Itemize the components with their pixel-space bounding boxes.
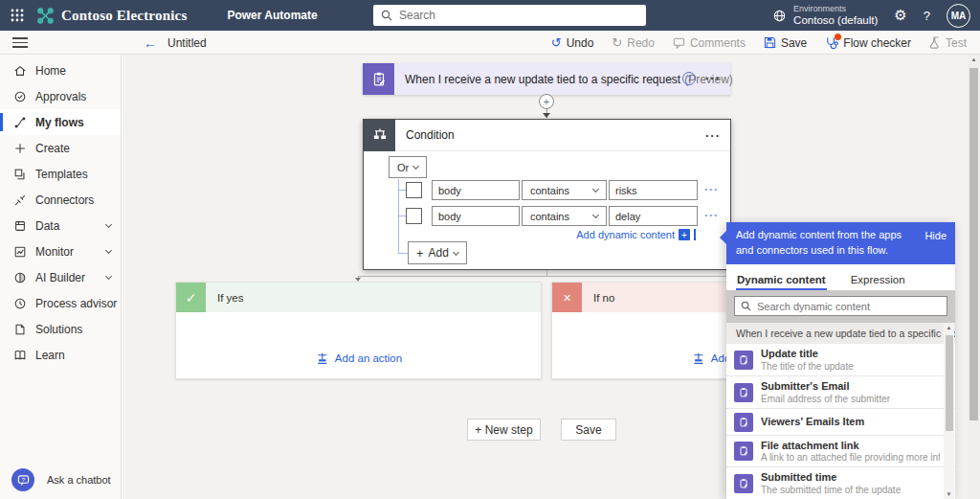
page-scrollbar[interactable]: ▲ [968, 55, 980, 499]
save-button[interactable]: Save [764, 36, 807, 50]
trigger-help-icon[interactable]: ? [682, 72, 696, 85]
environment-picker[interactable]: Environments Contoso (default) [772, 4, 878, 27]
chatbot-button[interactable]: ? [11, 468, 34, 491]
search-icon [381, 10, 392, 21]
redo-button[interactable]: ↻ Redo [612, 36, 655, 50]
sidebar-item-data[interactable]: Data [0, 213, 121, 238]
sidebar-item-monitor[interactable]: Monitor [0, 238, 121, 264]
dynamic-content-item[interactable]: Viewers' Emails Item [726, 409, 955, 436]
item-title: File attachment link [761, 440, 940, 453]
chevron-down-icon [105, 273, 112, 280]
flow-checker-button[interactable]: Flow checker [825, 36, 911, 50]
condition-body: Or contains [364, 151, 730, 269]
sidebar-item-label: Data [35, 219, 59, 233]
avatar[interactable]: MA [947, 4, 970, 28]
power-automate-app: Contoso Electronics Power Automate Envir… [0, 0, 980, 499]
condition-row-checkbox[interactable] [406, 182, 422, 198]
undo-label: Undo [567, 36, 594, 50]
if-yes-add-action-link[interactable]: Add an action [315, 352, 402, 365]
dynamic-content-item[interactable]: Submitted time The submitted time of the… [726, 467, 955, 499]
panel-search[interactable] [734, 296, 947, 316]
back-arrow-icon[interactable]: ← [144, 35, 157, 51]
command-bar: ← Untitled ↺ Undo ↻ Redo Comments [0, 31, 980, 55]
create-plus-icon [13, 142, 27, 155]
chatbot-launcher: ? Ask a chatbot [11, 468, 111, 491]
settings-gear-icon[interactable]: ⚙ [894, 7, 906, 24]
flow-checker-label: Flow checker [843, 36, 911, 50]
canvas-save-button[interactable]: Save [561, 419, 616, 441]
condition-row-field-input[interactable] [432, 206, 520, 226]
scroll-up-icon[interactable]: ▲ [968, 57, 980, 62]
page-scrollbar-thumb[interactable] [969, 68, 978, 420]
home-icon [13, 64, 27, 78]
tab-expression[interactable]: Expression [850, 270, 906, 290]
test-button[interactable]: Test [929, 36, 967, 50]
chevron-down-icon [105, 221, 112, 228]
condition-row-value-input[interactable] [609, 180, 698, 200]
connector-clipboard-icon [734, 413, 753, 432]
collapse-sidebar-icon[interactable] [12, 37, 28, 48]
dynamic-content-item[interactable]: Submitter's Email Email address of the s… [726, 376, 955, 409]
scroll-down-icon[interactable]: ▼ [944, 491, 954, 497]
save-icon [764, 36, 776, 49]
environments-label: Environments [793, 4, 878, 13]
environments-icon [772, 9, 787, 23]
condition-row-checkbox[interactable] [406, 208, 422, 224]
sidebar-item-label: Solutions [35, 323, 82, 336]
condition-row-operator-dropdown[interactable]: contains [522, 206, 607, 226]
sidebar-item-label: Process advisor [35, 297, 117, 310]
help-icon[interactable]: ? [924, 9, 930, 23]
sidebar-item-my-flows[interactable]: My flows [0, 109, 121, 135]
add-dynamic-content-link[interactable]: Add dynamic content [576, 229, 696, 240]
condition-row-field-input[interactable] [432, 180, 520, 200]
add-action-icon [315, 352, 329, 365]
undo-button[interactable]: ↺ Undo [551, 36, 594, 50]
global-search-input[interactable] [399, 9, 646, 22]
item-subtitle: Email address of the submitter [761, 394, 890, 405]
sidebar-item-label: Connectors [35, 193, 94, 207]
condition-card[interactable]: Condition Or contains [363, 119, 731, 270]
condition-row-operator-dropdown[interactable]: contains [522, 180, 607, 200]
condition-header[interactable]: Condition [364, 120, 730, 151]
condition-row-more-options-icon[interactable] [704, 209, 719, 222]
brand-logo[interactable]: Contoso Electronics [36, 7, 187, 25]
dynamic-content-section-header: When I receive a new update tied to a sp… [726, 323, 955, 344]
sidebar-item-templates[interactable]: Templates [0, 161, 121, 187]
panel-scrollbar-thumb[interactable] [946, 335, 953, 431]
trigger-more-options-icon[interactable] [705, 71, 721, 85]
scroll-up-icon[interactable]: ▲ [944, 325, 954, 330]
flow-designer-canvas[interactable]: When I receive a new update tied to a sp… [122, 55, 980, 499]
sidebar-item-learn[interactable]: Learn [0, 342, 121, 368]
panel-search-input[interactable] [757, 301, 947, 312]
condition-row-more-options-icon[interactable] [704, 183, 719, 196]
sidebar-item-ai-builder[interactable]: AI Builder [0, 264, 121, 290]
panel-hide-button[interactable]: Hide [924, 229, 947, 244]
top-navbar: Contoso Electronics Power Automate Envir… [0, 0, 980, 31]
global-search[interactable] [373, 5, 646, 26]
sidebar-item-process-advisor[interactable]: Process advisor [0, 290, 121, 316]
app-launcher-waffle-icon[interactable] [0, 0, 34, 31]
new-step-button[interactable]: + New step [467, 419, 541, 441]
condition-operator-dropdown[interactable]: Or [389, 156, 427, 178]
dynamic-content-item[interactable]: Update title The title of the update [726, 344, 955, 376]
condition-add-button[interactable]: Add [408, 241, 467, 264]
sidebar-item-create[interactable]: Create [0, 135, 121, 161]
sidebar-item-approvals[interactable]: Approvals [0, 83, 121, 109]
dynamic-content-item[interactable]: File attachment link A link to an attach… [726, 436, 955, 468]
sidebar-item-connectors[interactable]: Connectors [0, 187, 121, 213]
condition-more-options-icon[interactable] [705, 128, 721, 143]
panel-scrollbar[interactable]: ▲ ▼ [944, 323, 954, 499]
item-title: Viewers' Emails Item [761, 416, 864, 429]
check-icon: ✓ [176, 283, 206, 312]
sidebar-item-home[interactable]: Home [0, 57, 121, 83]
panel-banner: Add dynamic content from the apps and co… [726, 222, 955, 264]
trigger-card[interactable]: When I receive a new update tied to a sp… [363, 63, 730, 95]
sidebar-item-solutions[interactable]: Solutions [0, 316, 121, 342]
comments-button[interactable]: Comments [673, 36, 746, 50]
if-yes-header[interactable]: ✓ If yes [176, 283, 541, 312]
insert-step-button[interactable] [539, 94, 554, 109]
tab-dynamic-content[interactable]: Dynamic content [736, 270, 827, 290]
navbar-right-controls: Environments Contoso (default) ⚙ ? MA [772, 0, 970, 31]
condition-tree-line [398, 253, 408, 254]
condition-row-value-input[interactable] [609, 206, 698, 226]
